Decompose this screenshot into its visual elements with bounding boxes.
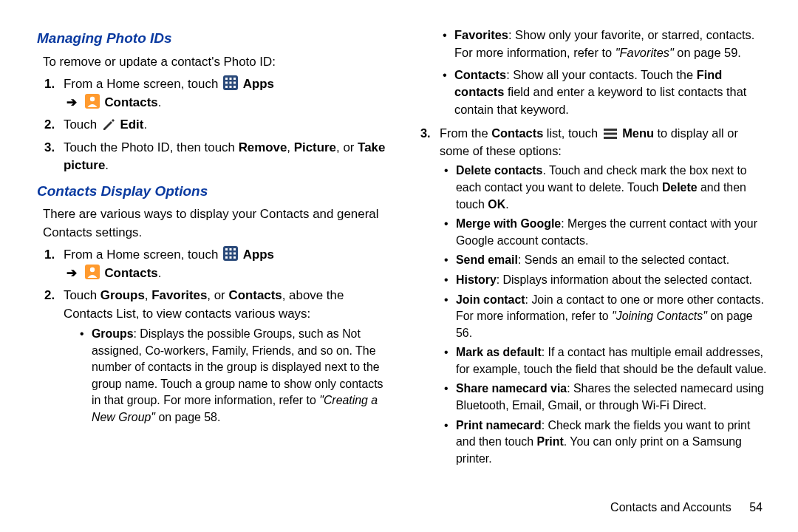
apps-label: Apps (243, 77, 274, 91)
history-label: History (456, 273, 497, 286)
bullet-text: : Displays information about the selecte… (497, 273, 752, 286)
contacts-label: Contacts (104, 95, 157, 109)
bullet-print-namecard: • Print namecard: Check mark the fields … (444, 417, 768, 468)
step-text: From a Home screen, touch (64, 248, 222, 262)
remove-label: Remove (239, 140, 287, 154)
step-3-menu: 3. From the Contacts list, touch Menu to… (420, 125, 768, 467)
apps-grid-icon (223, 246, 238, 261)
apps-label: Apps (243, 248, 274, 262)
svg-rect-15 (233, 248, 236, 250)
bullet-groups: • Groups: Displays the possible Groups, … (80, 326, 392, 426)
bullet-send-email: • Send email: Sends an email to the sele… (444, 252, 768, 269)
svg-rect-19 (225, 256, 228, 259)
arrow-icon: ➔ (64, 95, 80, 109)
bullet-join-contact: • Join contact: Join a contact to one or… (444, 292, 768, 342)
bullet-text: : Show all your contacts. Touch the (506, 68, 697, 81)
menu-hamburger-icon (603, 128, 618, 140)
footer-section: Contacts and Accounts (610, 501, 732, 514)
intro-text: There are various ways to display your C… (43, 205, 392, 242)
groups-label: Groups (92, 327, 134, 340)
delete-label: Delete (662, 181, 698, 194)
mark-default-label: Mark as default (456, 346, 542, 358)
groups-label: Groups (100, 288, 145, 302)
svg-point-11 (90, 96, 95, 100)
merge-google-label: Merge with Google (456, 217, 561, 230)
contacts-icon (85, 265, 100, 279)
picture-label: Picture (294, 140, 336, 154)
step-2-photo: 2. Touch Edit. (44, 116, 392, 134)
svg-rect-17 (230, 253, 232, 255)
print-namecard-label: Print namecard (456, 419, 542, 432)
step-1-photo: 1. From a Home screen, touch Apps ➔ Cont… (44, 75, 392, 112)
step-text: Touch (64, 117, 100, 132)
svg-rect-7 (225, 86, 228, 88)
ref-joining-contacts: "Joining Contacts" (612, 310, 707, 322)
svg-rect-6 (233, 82, 236, 84)
bullet-contacts: • Contacts: Show all your contacts. Touc… (443, 66, 768, 119)
svg-rect-16 (225, 253, 228, 255)
bullet-favorites: • Favorites: Show only your favorite, or… (443, 27, 768, 62)
svg-rect-8 (230, 86, 232, 88)
share-namecard-label: Share namecard via (456, 382, 567, 395)
svg-rect-25 (604, 132, 617, 134)
step-text: Touch the Photo ID, then touch (64, 140, 239, 154)
page-footer: Contacts and Accounts 54 (610, 501, 763, 514)
svg-rect-2 (230, 78, 232, 80)
contacts-list-label: Contacts (491, 126, 543, 140)
edit-label: Edit (120, 117, 143, 132)
step-text: list, touch (543, 126, 601, 140)
svg-rect-1 (225, 78, 228, 80)
step-text: From the (440, 126, 491, 140)
page-number: 54 (749, 501, 763, 514)
step-3-photo: 3. Touch the Photo ID, then touch Remove… (44, 139, 392, 175)
svg-rect-26 (604, 137, 617, 139)
heading-managing-photo-ids: Managing Photo IDs (37, 28, 392, 49)
step-text: Touch (64, 288, 100, 302)
left-column: Managing Photo IDs To remove or update a… (37, 22, 392, 467)
contacts-label: Contacts (228, 288, 282, 302)
bullet-text: on page 59. (674, 46, 741, 59)
contacts-label: Contacts (454, 68, 506, 81)
contacts-icon (85, 94, 100, 109)
intro-text: To remove or update a contact's Photo ID… (43, 53, 392, 72)
favorites-label: Favorites (454, 28, 508, 41)
bullet-delete-contacts: • Delete contacts. Touch and check mark … (444, 163, 768, 213)
svg-rect-9 (233, 86, 236, 88)
heading-contacts-display: Contacts Display Options (37, 181, 392, 202)
edit-pencil-icon (102, 117, 115, 131)
bullet-text: : Sends an email to the selected contact… (518, 253, 729, 266)
send-email-label: Send email (456, 253, 518, 266)
delete-contacts-label: Delete contacts (456, 164, 542, 177)
step-1-display: 1. From a Home screen, touch Apps ➔ Cont… (44, 246, 392, 282)
ref-favorites: "Favorites" (615, 46, 674, 59)
svg-point-23 (90, 267, 95, 271)
svg-rect-3 (233, 78, 236, 80)
contacts-label: Contacts (104, 266, 157, 280)
favorites-label: Favorites (151, 288, 207, 302)
right-column: • Favorites: Show only your favorite, or… (413, 22, 768, 467)
menu-label: Menu (622, 126, 654, 140)
svg-rect-5 (230, 82, 232, 84)
bullet-merge-google: • Merge with Google: Merges the current … (444, 216, 768, 249)
svg-rect-14 (230, 248, 232, 250)
bullet-text: on page 58. (155, 411, 220, 423)
manual-page: Managing Photo IDs To remove or update a… (0, 0, 798, 532)
step-2-display: 2. Touch Groups, Favorites, or Contacts,… (44, 287, 392, 426)
svg-rect-13 (225, 248, 228, 250)
svg-rect-18 (233, 253, 236, 255)
svg-rect-24 (604, 129, 617, 131)
or-text: , or (207, 288, 228, 302)
ok-label: OK (488, 198, 505, 211)
svg-rect-20 (230, 256, 232, 259)
step-text: From a Home screen, touch (64, 77, 222, 91)
join-contact-label: Join contact (456, 293, 525, 306)
bullet-mark-default: • Mark as default: If a contact has mult… (444, 344, 768, 378)
arrow-icon: ➔ (64, 266, 80, 280)
svg-rect-21 (233, 256, 236, 259)
bullet-share-namecard: • Share namecard via: Shares the selecte… (444, 381, 768, 414)
svg-rect-4 (225, 82, 228, 84)
or-text: , or (336, 140, 358, 154)
bullet-history: • History: Displays information about th… (444, 272, 768, 289)
print-label: Print (537, 435, 564, 448)
apps-grid-icon (223, 75, 238, 90)
